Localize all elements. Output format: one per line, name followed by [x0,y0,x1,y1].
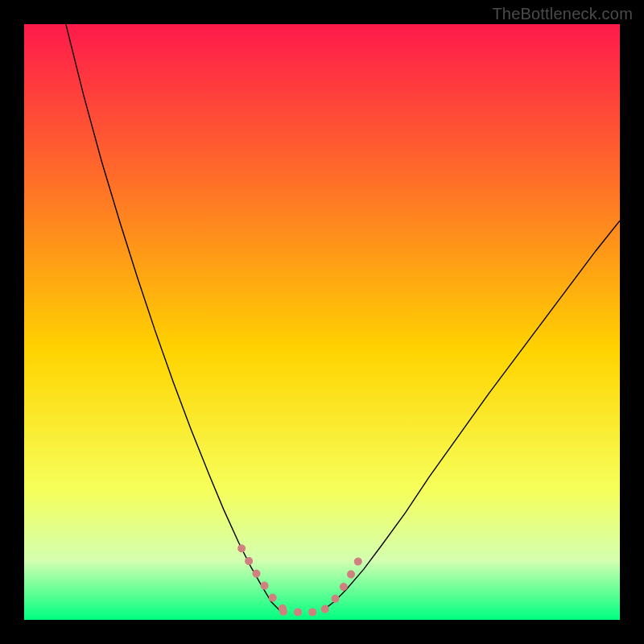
chart-area [24,24,620,620]
gradient-background [24,24,620,620]
chart-svg [24,24,620,620]
watermark-text: TheBottleneck.com [492,5,633,23]
outer-black-frame: TheBottleneck.com [0,0,644,644]
